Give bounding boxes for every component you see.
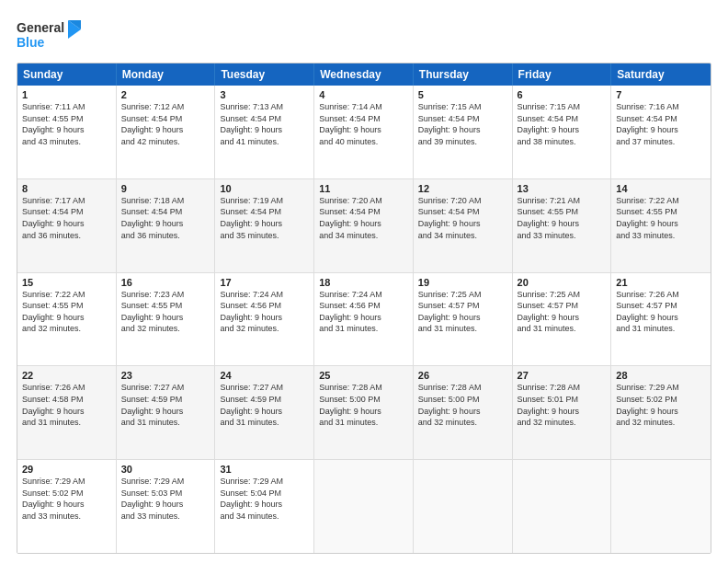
header: General Blue [17, 17, 711, 53]
day-info: Sunrise: 7:27 AMSunset: 4:59 PMDaylight:… [121, 382, 210, 428]
calendar-row-1: 1Sunrise: 7:11 AMSunset: 4:55 PMDaylight… [17, 86, 711, 179]
day-cell-12: 12Sunrise: 7:20 AMSunset: 4:54 PMDayligh… [414, 179, 513, 272]
day-cell-24: 24Sunrise: 7:27 AMSunset: 4:59 PMDayligh… [215, 366, 314, 459]
day-cell-20: 20Sunrise: 7:25 AMSunset: 4:57 PMDayligh… [513, 273, 612, 366]
day-cell-3: 3Sunrise: 7:13 AMSunset: 4:54 PMDaylight… [215, 86, 314, 178]
day-cell-10: 10Sunrise: 7:19 AMSunset: 4:54 PMDayligh… [215, 179, 314, 272]
day-number: 1 [22, 89, 111, 100]
day-info: Sunrise: 7:28 AMSunset: 5:01 PMDaylight:… [518, 382, 607, 428]
day-cell-empty [513, 460, 612, 553]
header-cell-tuesday: Tuesday [215, 63, 314, 86]
day-info: Sunrise: 7:24 AMSunset: 4:56 PMDaylight:… [220, 289, 309, 335]
day-number: 26 [418, 370, 507, 381]
day-cell-25: 25Sunrise: 7:28 AMSunset: 5:00 PMDayligh… [314, 366, 414, 459]
day-cell-1: 1Sunrise: 7:11 AMSunset: 4:55 PMDaylight… [17, 86, 117, 178]
header-cell-thursday: Thursday [414, 63, 513, 86]
day-number: 12 [418, 183, 507, 194]
day-cell-empty [414, 460, 513, 553]
day-number: 13 [518, 183, 607, 194]
day-number: 28 [616, 370, 706, 381]
header-cell-sunday: Sunday [17, 63, 117, 86]
day-cell-21: 21Sunrise: 7:26 AMSunset: 4:57 PMDayligh… [611, 273, 711, 366]
header-cell-friday: Friday [513, 63, 612, 86]
day-number: 9 [121, 183, 210, 194]
header-cell-wednesday: Wednesday [314, 63, 414, 86]
day-number: 3 [220, 89, 309, 100]
logo: General Blue [17, 17, 81, 53]
day-number: 18 [319, 277, 408, 288]
day-number: 24 [220, 370, 309, 381]
day-info: Sunrise: 7:20 AMSunset: 4:54 PMDaylight:… [418, 195, 507, 241]
day-number: 19 [418, 277, 507, 288]
day-cell-4: 4Sunrise: 7:14 AMSunset: 4:54 PMDaylight… [314, 86, 414, 178]
day-cell-30: 30Sunrise: 7:29 AMSunset: 5:03 PMDayligh… [117, 460, 216, 553]
svg-text:General: General [17, 20, 64, 35]
day-cell-6: 6Sunrise: 7:15 AMSunset: 4:54 PMDaylight… [513, 86, 612, 178]
day-number: 4 [319, 89, 408, 100]
logo-svg: General Blue [17, 17, 81, 53]
day-info: Sunrise: 7:18 AMSunset: 4:54 PMDaylight:… [121, 195, 210, 241]
day-cell-17: 17Sunrise: 7:24 AMSunset: 4:56 PMDayligh… [215, 273, 314, 366]
day-number: 11 [319, 183, 408, 194]
day-number: 14 [616, 183, 706, 194]
day-info: Sunrise: 7:29 AMSunset: 5:02 PMDaylight:… [616, 382, 706, 428]
day-number: 31 [220, 464, 309, 475]
day-number: 29 [22, 464, 111, 475]
day-cell-9: 9Sunrise: 7:18 AMSunset: 4:54 PMDaylight… [117, 179, 216, 272]
day-info: Sunrise: 7:15 AMSunset: 4:54 PMDaylight:… [418, 101, 507, 147]
day-info: Sunrise: 7:23 AMSunset: 4:55 PMDaylight:… [121, 289, 210, 335]
day-cell-31: 31Sunrise: 7:29 AMSunset: 5:04 PMDayligh… [215, 460, 314, 553]
day-info: Sunrise: 7:17 AMSunset: 4:54 PMDaylight:… [22, 195, 111, 241]
day-info: Sunrise: 7:11 AMSunset: 4:55 PMDaylight:… [22, 101, 111, 147]
day-number: 8 [22, 183, 111, 194]
day-number: 27 [518, 370, 607, 381]
day-info: Sunrise: 7:28 AMSunset: 5:00 PMDaylight:… [319, 382, 408, 428]
calendar-row-3: 15Sunrise: 7:22 AMSunset: 4:55 PMDayligh… [17, 273, 711, 367]
day-cell-29: 29Sunrise: 7:29 AMSunset: 5:02 PMDayligh… [17, 460, 117, 553]
day-number: 20 [518, 277, 607, 288]
day-info: Sunrise: 7:29 AMSunset: 5:02 PMDaylight:… [22, 476, 111, 522]
day-number: 23 [121, 370, 210, 381]
day-number: 7 [616, 89, 706, 100]
day-number: 30 [121, 464, 210, 475]
day-number: 6 [518, 89, 607, 100]
day-cell-16: 16Sunrise: 7:23 AMSunset: 4:55 PMDayligh… [117, 273, 216, 366]
day-number: 16 [121, 277, 210, 288]
day-info: Sunrise: 7:29 AMSunset: 5:03 PMDaylight:… [121, 476, 210, 522]
day-cell-19: 19Sunrise: 7:25 AMSunset: 4:57 PMDayligh… [414, 273, 513, 366]
svg-text:Blue: Blue [17, 35, 45, 50]
day-cell-14: 14Sunrise: 7:22 AMSunset: 4:55 PMDayligh… [611, 179, 711, 272]
day-info: Sunrise: 7:14 AMSunset: 4:54 PMDaylight:… [319, 101, 408, 147]
day-cell-27: 27Sunrise: 7:28 AMSunset: 5:01 PMDayligh… [513, 366, 612, 459]
day-info: Sunrise: 7:29 AMSunset: 5:04 PMDaylight:… [220, 476, 309, 522]
day-number: 15 [22, 277, 111, 288]
day-info: Sunrise: 7:27 AMSunset: 4:59 PMDaylight:… [220, 382, 309, 428]
calendar: SundayMondayTuesdayWednesdayThursdayFrid… [17, 63, 711, 554]
day-cell-23: 23Sunrise: 7:27 AMSunset: 4:59 PMDayligh… [117, 366, 216, 459]
day-cell-8: 8Sunrise: 7:17 AMSunset: 4:54 PMDaylight… [17, 179, 117, 272]
day-info: Sunrise: 7:22 AMSunset: 4:55 PMDaylight:… [22, 289, 111, 335]
day-info: Sunrise: 7:26 AMSunset: 4:57 PMDaylight:… [616, 289, 706, 335]
day-number: 5 [418, 89, 507, 100]
day-cell-26: 26Sunrise: 7:28 AMSunset: 5:00 PMDayligh… [414, 366, 513, 459]
day-cell-11: 11Sunrise: 7:20 AMSunset: 4:54 PMDayligh… [314, 179, 414, 272]
page: General Blue SundayMondayTuesdayWednesda… [0, 0, 728, 563]
calendar-header: SundayMondayTuesdayWednesdayThursdayFrid… [17, 63, 711, 86]
day-info: Sunrise: 7:24 AMSunset: 4:56 PMDaylight:… [319, 289, 408, 335]
day-cell-empty [314, 460, 414, 553]
day-number: 17 [220, 277, 309, 288]
day-info: Sunrise: 7:13 AMSunset: 4:54 PMDaylight:… [220, 101, 309, 147]
day-number: 21 [616, 277, 706, 288]
day-cell-13: 13Sunrise: 7:21 AMSunset: 4:55 PMDayligh… [513, 179, 612, 272]
calendar-row-5: 29Sunrise: 7:29 AMSunset: 5:02 PMDayligh… [17, 460, 711, 553]
day-info: Sunrise: 7:26 AMSunset: 4:58 PMDaylight:… [22, 382, 111, 428]
calendar-row-2: 8Sunrise: 7:17 AMSunset: 4:54 PMDaylight… [17, 179, 711, 273]
day-cell-28: 28Sunrise: 7:29 AMSunset: 5:02 PMDayligh… [611, 366, 711, 459]
day-number: 22 [22, 370, 111, 381]
day-info: Sunrise: 7:15 AMSunset: 4:54 PMDaylight:… [518, 101, 607, 147]
day-number: 10 [220, 183, 309, 194]
day-info: Sunrise: 7:25 AMSunset: 4:57 PMDaylight:… [418, 289, 507, 335]
calendar-row-4: 22Sunrise: 7:26 AMSunset: 4:58 PMDayligh… [17, 366, 711, 460]
day-cell-15: 15Sunrise: 7:22 AMSunset: 4:55 PMDayligh… [17, 273, 117, 366]
day-number: 25 [319, 370, 408, 381]
